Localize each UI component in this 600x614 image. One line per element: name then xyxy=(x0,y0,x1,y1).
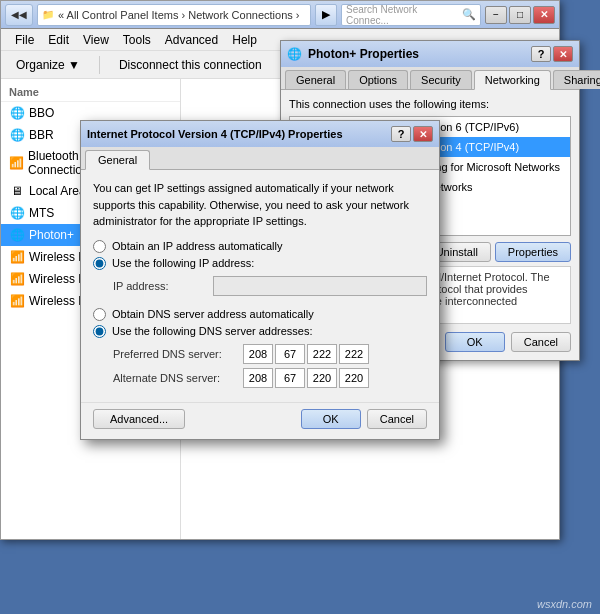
properties-button[interactable]: Properties xyxy=(495,242,571,262)
photon-dialog-description: This connection uses the following items… xyxy=(289,98,571,110)
manual-ip-row: Use the following IP address: xyxy=(93,257,427,270)
ip-cancel-button[interactable]: Cancel xyxy=(367,409,427,429)
ip-dialog-content: You can get IP settings assigned automat… xyxy=(81,170,439,402)
ip-dialog-title: Internet Protocol Version 4 (TCP/IPv4) P… xyxy=(87,128,385,140)
menu-view[interactable]: View xyxy=(77,31,115,49)
ip-tabs-bar: General xyxy=(81,147,439,170)
mts-icon: 🌐 xyxy=(9,205,25,221)
ip-ok-cancel: OK Cancel xyxy=(301,409,427,429)
menu-tools[interactable]: Tools xyxy=(117,31,157,49)
ip-close-button[interactable]: ✕ xyxy=(413,126,433,142)
photon-icon: 🌐 xyxy=(9,227,25,243)
ip-address-label: IP address: xyxy=(113,280,213,292)
auto-ip-label: Obtain an IP address automatically xyxy=(112,240,282,252)
photon-close-button[interactable]: ✕ xyxy=(553,46,573,62)
photon-help-button[interactable]: ? xyxy=(531,46,551,62)
column-header: Name xyxy=(1,83,180,102)
ip-help-button[interactable]: ? xyxy=(391,126,411,142)
organize-button[interactable]: Organize ▼ xyxy=(9,55,87,75)
alternate-dns-octet-3[interactable] xyxy=(307,368,337,388)
search-bar[interactable]: Search Network Connec... 🔍 xyxy=(341,4,481,26)
bbo-label: BBO xyxy=(29,106,54,120)
auto-ip-radio[interactable] xyxy=(93,240,106,253)
bbo-icon: 🌐 xyxy=(9,105,25,121)
local-icon: 🖥 xyxy=(9,183,25,199)
photon-dialog-title: Photon+ Properties xyxy=(308,47,525,61)
advanced-button[interactable]: Advanced... xyxy=(93,409,185,429)
ip-bottom-buttons: Advanced... OK Cancel xyxy=(81,402,439,439)
alternate-dns-octet-1[interactable] xyxy=(243,368,273,388)
go-button[interactable]: ▶ xyxy=(315,4,337,26)
manual-ip-radio[interactable] xyxy=(93,257,106,270)
title-bar-controls: − □ ✕ xyxy=(485,6,555,24)
address-bar[interactable]: 📁 « All Control Panel Items › Network Co… xyxy=(37,4,311,26)
manual-dns-label: Use the following DNS server addresses: xyxy=(112,325,313,337)
dns-radio-group: Obtain DNS server address automatically … xyxy=(93,308,427,338)
maximize-button[interactable]: □ xyxy=(509,6,531,24)
address-bar-icon: 📁 xyxy=(42,9,54,20)
photon-dialog-title-bar: 🌐 Photon+ Properties ? ✕ xyxy=(281,41,579,67)
disconnect-button[interactable]: Disconnect this connection xyxy=(112,55,269,75)
wireless1-icon: 📶 xyxy=(9,249,25,265)
tab-security[interactable]: Security xyxy=(410,70,472,89)
tab-options[interactable]: Options xyxy=(348,70,408,89)
auto-ip-group: Obtain an IP address automatically Use t… xyxy=(93,240,427,270)
tab-networking[interactable]: Networking xyxy=(474,70,551,90)
auto-dns-radio[interactable] xyxy=(93,308,106,321)
alternate-dns-octet-2[interactable] xyxy=(275,368,305,388)
manual-ip-label: Use the following IP address: xyxy=(112,257,254,269)
search-placeholder: Search Network Connec... xyxy=(346,4,462,26)
tab-general[interactable]: General xyxy=(285,70,346,89)
preferred-dns-octet-3[interactable] xyxy=(307,344,337,364)
ip-properties-dialog: Internet Protocol Version 4 (TCP/IPv4) P… xyxy=(80,120,440,440)
menu-edit[interactable]: Edit xyxy=(42,31,75,49)
toolbar-separator xyxy=(99,56,100,74)
preferred-dns-row: Preferred DNS server: xyxy=(113,344,427,364)
menu-help[interactable]: Help xyxy=(226,31,263,49)
menu-advanced[interactable]: Advanced xyxy=(159,31,224,49)
bbr-label: BBR xyxy=(29,128,54,142)
ip-address-input[interactable] xyxy=(213,276,427,296)
search-icon: 🔍 xyxy=(462,8,476,21)
watermark: wsxdn.com xyxy=(537,598,592,610)
wireless2-icon: 📶 xyxy=(9,271,25,287)
ip-ok-button[interactable]: OK xyxy=(301,409,361,429)
manual-dns-radio[interactable] xyxy=(93,325,106,338)
photon-label: Photon+ xyxy=(29,228,74,242)
ip-description: You can get IP settings assigned automat… xyxy=(93,180,427,230)
ip-tab-general[interactable]: General xyxy=(85,150,150,170)
photon-dialog-controls: ? ✕ xyxy=(531,46,573,62)
alternate-dns-row: Alternate DNS server: xyxy=(113,368,427,388)
alternate-dns-input xyxy=(243,368,369,388)
ip-address-row: IP address: xyxy=(113,276,427,296)
auto-ip-row: Obtain an IP address automatically xyxy=(93,240,427,253)
alternate-dns-label: Alternate DNS server: xyxy=(113,372,243,384)
alternate-dns-octet-4[interactable] xyxy=(339,368,369,388)
ip-dialog-title-bar: Internet Protocol Version 4 (TCP/IPv4) P… xyxy=(81,121,439,147)
ip-dialog-controls: ? ✕ xyxy=(391,126,433,142)
photon-tabs-bar: General Options Security Networking Shar… xyxy=(281,67,579,90)
bbr-icon: 🌐 xyxy=(9,127,25,143)
main-title-bar: ◀◀ 📁 « All Control Panel Items › Network… xyxy=(1,1,559,29)
tab-sharing[interactable]: Sharing xyxy=(553,70,600,89)
preferred-dns-octet-2[interactable] xyxy=(275,344,305,364)
mts-label: MTS xyxy=(29,206,54,220)
manual-dns-row: Use the following DNS server addresses: xyxy=(93,325,427,338)
address-bar-text: « All Control Panel Items › Network Conn… xyxy=(58,9,300,21)
auto-dns-label: Obtain DNS server address automatically xyxy=(112,308,314,320)
preferred-dns-octet-1[interactable] xyxy=(243,344,273,364)
menu-file[interactable]: File xyxy=(9,31,40,49)
bluetooth-icon: 📶 xyxy=(9,155,24,171)
auto-dns-row: Obtain DNS server address automatically xyxy=(93,308,427,321)
preferred-dns-octet-4[interactable] xyxy=(339,344,369,364)
preferred-dns-input xyxy=(243,344,369,364)
photon-cancel-button[interactable]: Cancel xyxy=(511,332,571,352)
nav-back-button[interactable]: ◀◀ xyxy=(5,4,33,26)
photon-dialog-icon: 🌐 xyxy=(287,47,302,61)
photon-ok-button[interactable]: OK xyxy=(445,332,505,352)
section-gap-1 xyxy=(93,300,427,308)
close-button[interactable]: ✕ xyxy=(533,6,555,24)
wireless3-icon: 📶 xyxy=(9,293,25,309)
minimize-button[interactable]: − xyxy=(485,6,507,24)
title-bar-nav: ◀◀ 📁 « All Control Panel Items › Network… xyxy=(5,4,481,26)
